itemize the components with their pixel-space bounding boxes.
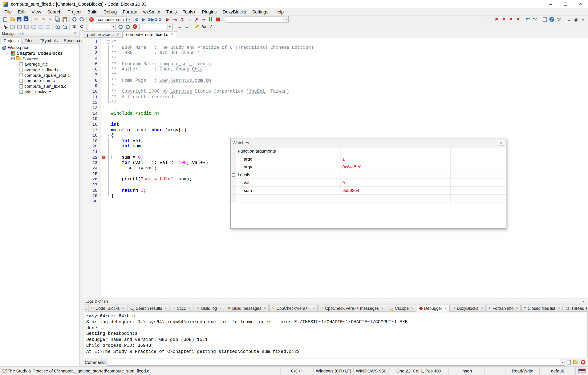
close-tab-icon[interactable]: ✕: [381, 307, 384, 310]
management-tab-files[interactable]: Files: [22, 37, 36, 43]
watch-row[interactable]: sum6559264: [231, 187, 506, 194]
fold-margin[interactable]: [106, 106, 111, 111]
close-tab-icon[interactable]: ✕: [219, 307, 222, 310]
menu-item-settings[interactable]: Settings: [249, 8, 271, 15]
logs-tab-build-messages[interactable]: ⚒Build messages✕: [225, 305, 269, 312]
debug-target-combo[interactable]: ▾: [225, 16, 289, 22]
watch-row[interactable]: −Locals: [231, 171, 506, 179]
logs-tab-doxyblocks[interactable]: DDoxyBlocks✕: [450, 305, 486, 312]
fold-margin[interactable]: [106, 67, 111, 72]
close-tab-icon[interactable]: ✕: [481, 307, 483, 310]
logs-tab-build-log[interactable]: ⚙Build log✕: [194, 305, 224, 312]
fold-margin[interactable]: [106, 155, 111, 160]
toggle-bookmark-button[interactable]: ⚑: [493, 16, 500, 23]
paste-button[interactable]: [61, 16, 68, 23]
close-logs-panel-button[interactable]: [579, 359, 587, 365]
wxsmith-sizer-button[interactable]: [44, 23, 51, 30]
fold-margin[interactable]: [106, 45, 111, 50]
fold-margin[interactable]: [106, 111, 111, 116]
menu-item-tools[interactable]: Tools+: [180, 8, 199, 15]
tree-expander-icon[interactable]: −: [6, 52, 10, 55]
wxsmith-splitter-button[interactable]: [30, 23, 37, 30]
close-tab-icon[interactable]: ✕: [444, 307, 447, 310]
menu-item-search[interactable]: Search: [44, 8, 64, 15]
collapse-icon[interactable]: −: [232, 150, 235, 153]
marker-margin[interactable]: [101, 171, 106, 177]
close-tab-icon[interactable]: ✕: [516, 307, 518, 310]
fold-margin[interactable]: −: [106, 39, 111, 45]
run-button[interactable]: ▶: [140, 16, 147, 23]
logs-tab-cppcheck-vera-messages[interactable]: ✎CppCheck/Vera++ messages✕: [318, 305, 386, 312]
fold-margin[interactable]: [106, 83, 111, 89]
fold-margin[interactable]: [106, 166, 111, 171]
close-tab-icon[interactable]: ✕: [188, 307, 191, 310]
code-line[interactable]: 9**: [83, 83, 588, 89]
fold-margin[interactable]: [106, 193, 111, 199]
code-line[interactable]: 3** ISBN : 978-986-82555-1-7: [83, 50, 588, 56]
replace-button[interactable]: [78, 16, 85, 23]
code-line[interactable]: 13: [83, 106, 588, 111]
marker-margin[interactable]: [101, 89, 106, 94]
code-line[interactable]: 2** Book Name : The Study and Practice o…: [83, 45, 588, 50]
logs-tab-cscope[interactable]: Cscope✕: [387, 305, 416, 312]
watch-row[interactable]: argv0x6415e0: [231, 163, 506, 171]
menu-item-edit[interactable]: Edit: [15, 8, 28, 15]
fold-margin[interactable]: [106, 122, 111, 127]
close-tab-icon[interactable]: ✕: [411, 307, 414, 310]
marker-margin[interactable]: [101, 94, 106, 100]
code-line[interactable]: 17main(int argc, char *argv[]): [83, 127, 588, 133]
tree-item-workspace[interactable]: Workspace: [0, 45, 79, 51]
fold-margin[interactable]: [106, 182, 111, 188]
watch-row[interactable]: −Function arguments: [231, 147, 506, 155]
clear-bookmarks-button[interactable]: ⚑: [514, 16, 522, 23]
close-tab-icon[interactable]: ✕: [116, 33, 119, 36]
fold-margin[interactable]: [106, 100, 111, 105]
marker-margin[interactable]: [101, 182, 106, 188]
fold-collapse-icon[interactable]: −: [107, 40, 110, 44]
goto-previous-changed-line-button[interactable]: ←: [476, 16, 483, 23]
marker-margin[interactable]: [101, 122, 106, 127]
fold-margin[interactable]: [106, 72, 111, 78]
zoom-out-button[interactable]: [61, 23, 68, 30]
marker-margin[interactable]: [101, 166, 106, 171]
code-line[interactable]: 18−{: [83, 133, 588, 138]
doxyblocks-options-button[interactable]: ⚒: [555, 16, 563, 23]
editor-tab-print-novice-c[interactable]: print_novice.c✕: [84, 31, 123, 38]
show-cursor-button[interactable]: C: [78, 23, 85, 30]
fold-margin[interactable]: [106, 138, 111, 144]
management-tab-fsymbols[interactable]: FSymbols: [36, 37, 61, 43]
next-instruction-button[interactable]: ↦: [200, 16, 207, 23]
marker-margin[interactable]: [101, 83, 106, 89]
minimize-button[interactable]: –: [543, 0, 558, 8]
step-into-button[interactable]: ↘: [186, 16, 193, 23]
marker-margin[interactable]: [101, 100, 106, 105]
marker-margin[interactable]: [101, 67, 106, 72]
load-script-button[interactable]: [572, 359, 579, 365]
marker-margin[interactable]: [101, 50, 106, 56]
fold-margin[interactable]: [106, 199, 111, 204]
fold-margin[interactable]: [106, 116, 111, 122]
fold-margin[interactable]: [106, 160, 111, 166]
tree-item-file-average-it-fixed-c[interactable]: average_it_fixed.c: [0, 67, 79, 73]
jump-forward-button[interactable]: »: [579, 16, 587, 23]
cut-button[interactable]: ✂: [47, 16, 54, 23]
scroll-tabs-left-icon[interactable]: ◂: [84, 307, 88, 311]
rebuild-button[interactable]: ⚙⚙: [154, 16, 162, 23]
browse-back-button[interactable]: ←: [176, 23, 183, 30]
find-button[interactable]: [71, 16, 78, 23]
code-line[interactable]: 1−/*: [83, 39, 588, 45]
fold-collapse-icon[interactable]: −: [107, 134, 110, 137]
build-target-combo[interactable]: compute_sum_fixed▾: [96, 16, 132, 22]
fold-margin[interactable]: [106, 171, 111, 177]
redo-button[interactable]: ↷: [40, 16, 47, 23]
next-line-button[interactable]: ↴: [178, 16, 186, 23]
code-line[interactable]: 10** Copyright 2008 by Learntus Studio C…: [83, 89, 588, 94]
fold-margin[interactable]: [106, 177, 111, 182]
next-bookmark-button[interactable]: ⚑: [507, 16, 514, 23]
close-management-button[interactable]: ✕: [73, 32, 77, 35]
command-history-button[interactable]: [565, 359, 572, 365]
marker-margin[interactable]: [101, 127, 106, 133]
marker-margin[interactable]: [101, 62, 106, 67]
show-selection-button[interactable]: S: [71, 23, 78, 30]
menu-item-wxsmith[interactable]: wxSmith: [140, 8, 163, 15]
